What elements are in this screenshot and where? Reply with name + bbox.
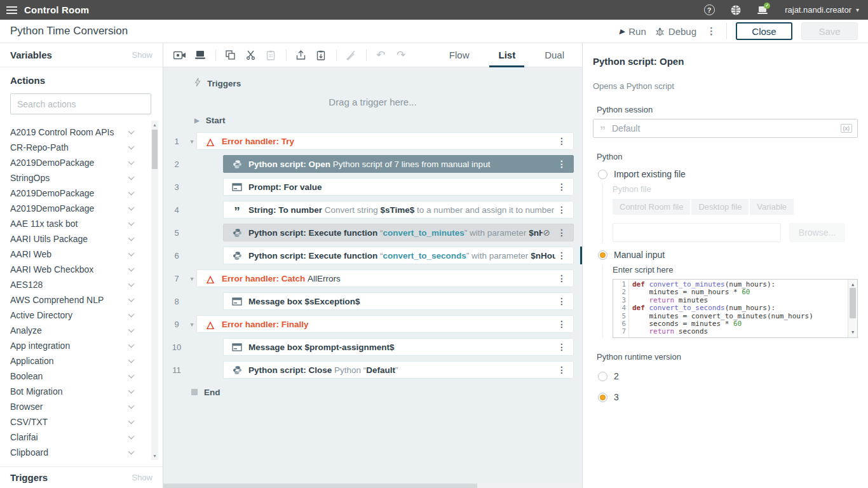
triggers-section-row[interactable]: Triggers (194, 78, 582, 88)
sidebar-item-aari-utils-package[interactable]: AARI Utils Package (10, 231, 153, 247)
more-actions-icon[interactable]: ⋮ (705, 25, 717, 37)
variables-show-button[interactable]: Show (132, 50, 153, 60)
action-card-11[interactable]: Python script: Close Python “Default”⋮ (223, 361, 574, 379)
help-icon[interactable]: ? (698, 0, 720, 20)
radio-unselected-icon[interactable] (598, 170, 607, 179)
scroll-down-icon[interactable]: ▼ (151, 454, 158, 458)
action-row: 2Python script: Open Python script of 7 … (163, 155, 582, 173)
device-status-icon[interactable]: ✓ (752, 0, 773, 20)
start-row[interactable]: ▶ Start (194, 115, 582, 125)
radio-import-existing-file[interactable]: Import existing file (598, 168, 858, 180)
sidebar-item-stringops[interactable]: StringOps (10, 170, 153, 186)
row-menu-icon[interactable]: ⋮ (555, 342, 568, 352)
script-editor[interactable]: 1234567 def convert_to_minutes(num_hours… (613, 279, 858, 338)
editor-scrollbar[interactable]: ▲ ▼ (848, 280, 857, 337)
sidebar-item-aari-web[interactable]: AARI Web (10, 247, 153, 262)
sidebar-item-cr-repo-path[interactable]: CR-Repo-Path (10, 140, 153, 155)
tab-list[interactable]: List (489, 43, 524, 67)
action-card-9[interactable]: △Error handler: Finally⋮ (196, 315, 574, 333)
insert-variable-button[interactable]: (x) (841, 124, 853, 133)
sidebar-item-application[interactable]: Application (10, 353, 153, 369)
menu-icon[interactable] (0, 0, 24, 20)
action-list: Triggers Drag a trigger here... ▶ Start … (163, 67, 582, 488)
sidebar-item-clipboard[interactable]: Clipboard (10, 445, 153, 460)
action-card-10[interactable]: Message box $prompt-assignment$⋮ (223, 338, 574, 356)
sidebar-item-boolean[interactable]: Boolean (10, 369, 153, 384)
triggers-show-button[interactable]: Show (132, 473, 153, 482)
action-card-4[interactable]: ”String: To number Convert string $sTime… (223, 201, 574, 219)
row-number: 5 (168, 228, 185, 238)
row-menu-icon[interactable]: ⋮ (555, 205, 568, 215)
row-menu-icon[interactable]: ⋮ (555, 159, 568, 169)
scrollbar-thumb[interactable] (152, 130, 158, 169)
actions-scrollbar[interactable]: ▲ ▼ (151, 121, 158, 460)
radio-selected-icon[interactable] (598, 393, 607, 402)
desktop-icon[interactable] (193, 48, 208, 63)
tab-dual[interactable]: Dual (536, 43, 573, 67)
radio-manual-input[interactable]: Manual input (598, 248, 858, 261)
action-card-1[interactable]: △Error handler: Try⋮ (196, 132, 574, 150)
row-menu-icon[interactable]: ⋮ (555, 136, 568, 146)
line-number: 4 (613, 304, 626, 312)
bug-icon (655, 27, 665, 36)
row-menu-icon[interactable]: ⋮ (555, 250, 568, 261)
radio-python-3[interactable]: 3 (598, 391, 858, 403)
action-card-2[interactable]: Python script: Open Python script of 7 l… (223, 155, 574, 173)
tab-flow[interactable]: Flow (440, 43, 478, 67)
sidebar-item-active-directory[interactable]: Active Directory (10, 308, 153, 323)
action-card-5[interactable]: Python script: Execute function “convert… (223, 224, 574, 241)
sidebar-item-aari-web-checkbox[interactable]: AARI Web Checkbox (10, 262, 153, 277)
sidebar-item-aes128[interactable]: AES128 (10, 277, 153, 292)
close-button[interactable]: Close (736, 22, 792, 40)
python-file-label: Python file (613, 184, 858, 194)
debug-button[interactable]: Debug (655, 26, 696, 37)
row-menu-icon[interactable]: ⋮ (555, 227, 568, 238)
row-menu-icon[interactable]: ⋮ (555, 365, 568, 375)
globe-icon[interactable] (725, 0, 747, 20)
row-menu-icon[interactable]: ⋮ (555, 273, 568, 283)
sidebar-item-clarifai[interactable]: Clarifai (10, 430, 153, 445)
sidebar-item-csv-txt[interactable]: CSV/TXT (10, 414, 153, 430)
sidebar: Variables Show Actions A2019 Control Roo… (0, 43, 163, 488)
copy-icon[interactable] (222, 48, 238, 63)
scroll-up-icon[interactable]: ▲ (151, 123, 158, 127)
sidebar-item-analyze[interactable]: Analyze (10, 323, 153, 338)
row-menu-icon[interactable]: ⋮ (555, 319, 568, 329)
sidebar-item-app-integration[interactable]: App integration (10, 338, 153, 353)
editor-scrollbar-thumb[interactable] (850, 288, 856, 318)
row-expander-icon[interactable]: ▾ (187, 138, 196, 145)
cut-icon[interactable] (243, 48, 258, 63)
hscroll-thumb[interactable] (163, 484, 477, 488)
user-menu[interactable]: rajat.nandi.creator ▾ (785, 5, 859, 15)
row-expander-icon[interactable]: ▾ (187, 275, 196, 282)
sidebar-item-bot-migration[interactable]: Bot Migration (10, 384, 153, 399)
upload-icon[interactable] (293, 48, 308, 63)
horizontal-scrollbar[interactable] (163, 484, 582, 488)
row-expander-icon[interactable]: ▾ (187, 321, 196, 328)
action-card-6[interactable]: Python script: Execute function “convert… (223, 247, 574, 264)
search-actions-input[interactable] (10, 93, 151, 114)
session-value: Default (612, 123, 841, 133)
action-card-7[interactable]: △Error handler: Catch AllErrors⋮ (196, 269, 574, 287)
record-icon[interactable] (172, 48, 187, 63)
sidebar-item-a2019demopackage[interactable]: A2019DemoPackage (10, 155, 153, 170)
row-menu-icon[interactable]: ⋮ (555, 296, 568, 306)
radio-unselected-icon[interactable] (598, 372, 607, 381)
paste-special-icon[interactable] (313, 48, 329, 63)
action-card-8[interactable]: Message box $sException$⋮ (223, 292, 574, 310)
end-row[interactable]: End (191, 387, 582, 397)
action-card-3[interactable]: Prompt: For value⋮ (223, 178, 574, 196)
sidebar-item-a2019demopackage[interactable]: A2019DemoPackage (10, 201, 153, 216)
row-menu-icon[interactable]: ⋮ (555, 182, 568, 192)
run-button[interactable]: ▶ Run (620, 26, 646, 37)
sidebar-item-a2019-control-room-apis[interactable]: A2019 Control Room APIs (10, 125, 153, 140)
sidebar-item-aae-11x-task-bot[interactable]: AAE 11x task bot (10, 216, 153, 231)
python-session-input[interactable]: ” Default (x) (593, 119, 858, 138)
sidebar-item-browser[interactable]: Browser (10, 399, 153, 414)
sidebar-item-a2019demopackage[interactable]: A2019DemoPackage (10, 186, 153, 201)
editor-scroll-down-icon[interactable]: ▼ (848, 329, 857, 336)
code-lines[interactable]: def convert_to_minutes(num_hours): minut… (629, 280, 848, 337)
radio-selected-icon[interactable] (598, 250, 607, 260)
sidebar-item-aws-comprehend-nlp[interactable]: AWS Comprehend NLP (10, 292, 153, 308)
radio-python-2[interactable]: 2 (598, 370, 858, 383)
